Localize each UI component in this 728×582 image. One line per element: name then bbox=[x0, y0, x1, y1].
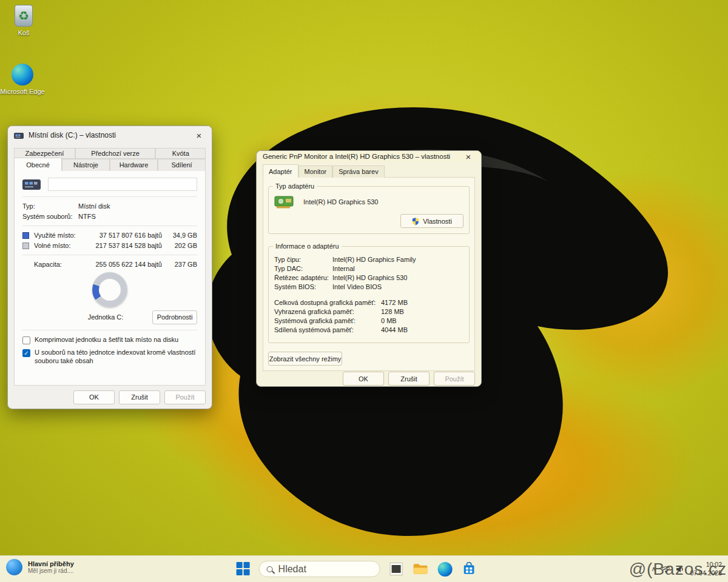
capacity-label: Kapacita: bbox=[22, 261, 88, 268]
widget-subheadline: Měl jsem ji rád.... bbox=[28, 567, 74, 574]
show-all-modes-button[interactable]: Zobrazit všechny režimy bbox=[268, 352, 342, 366]
info-value: 4172 MB bbox=[381, 299, 408, 306]
adapter-type-group-label: Typ adaptéru bbox=[273, 182, 317, 190]
taskbar-center: Hledat bbox=[237, 556, 477, 582]
recycle-bin-icon: ♻ bbox=[15, 5, 33, 27]
info-value: 128 MB bbox=[381, 308, 404, 315]
disk-dialog-tabs: Zabezpečení Předchozí verze Kvóta Obecné… bbox=[8, 144, 212, 171]
edge-icon bbox=[12, 64, 33, 85]
free-space-label: Volné místo: bbox=[34, 242, 87, 249]
drive-icon bbox=[22, 178, 41, 191]
volume-icon[interactable] bbox=[676, 566, 684, 573]
adapter-dialog-footer: OK Zrušit Použít bbox=[257, 371, 481, 386]
graphics-card-icon bbox=[274, 194, 295, 210]
compress-checkbox-row[interactable]: Komprimovat jednotku a šetřit tak místo … bbox=[22, 336, 197, 344]
disk-properties-dialog: Místní disk (C:) – vlastnosti × Zabezpeč… bbox=[7, 125, 212, 409]
used-space-size: 34,9 GB bbox=[162, 232, 197, 239]
index-checkbox-row[interactable]: ✓ U souborů na této jednotce indexovat k… bbox=[22, 349, 197, 366]
info-value: Intel Video BIOS bbox=[332, 283, 382, 290]
used-space-bytes: 37 517 807 616 bajtů bbox=[87, 232, 162, 239]
used-space-row: Využité místo: 37 517 807 616 bajtů 34,9… bbox=[22, 232, 197, 239]
widgets-button[interactable]: Hlavní příběhy Měl jsem ji rád.... bbox=[6, 559, 74, 575]
ok-button[interactable]: OK bbox=[343, 372, 384, 386]
free-space-size: 202 GB bbox=[162, 242, 197, 249]
info-label: Typ čipu: bbox=[274, 256, 332, 263]
free-space-row: Volné místo: 217 537 814 528 bajtů 202 G… bbox=[22, 242, 197, 249]
apply-button[interactable]: Použít bbox=[164, 390, 206, 404]
tab-adapter[interactable]: Adaptér bbox=[263, 164, 298, 178]
tab-sdileni[interactable]: Sdílení bbox=[158, 159, 206, 171]
index-checkbox[interactable]: ✓ bbox=[22, 349, 30, 357]
clock-date: 07.04.2025 bbox=[690, 569, 722, 578]
desktop-icon-microsoft-edge[interactable]: Microsoft Edge bbox=[0, 62, 46, 96]
adapter-info-group: Informace o adaptéru Typ čipu:Intel(R) H… bbox=[268, 246, 470, 343]
info-label: Systém BIOS: bbox=[274, 283, 332, 290]
cancel-button[interactable]: Zrušit bbox=[388, 372, 430, 386]
info-value: Intel(R) HD Graphics 530 bbox=[332, 274, 408, 281]
file-explorer-button[interactable] bbox=[413, 561, 429, 577]
adapter-dialog-titlebar[interactable]: Generic PnP Monitor a Intel(R) HD Graphi… bbox=[257, 151, 481, 162]
taskbar-search[interactable]: Hledat bbox=[259, 561, 380, 577]
tab-kvota[interactable]: Kvóta bbox=[155, 148, 206, 159]
disk-usage-donut-chart bbox=[92, 272, 127, 307]
recycle-bin-label: Koš bbox=[0, 29, 47, 37]
store-icon bbox=[462, 562, 476, 576]
info-label: Vyhrazená grafická paměť: bbox=[274, 308, 381, 315]
ok-button[interactable]: OK bbox=[73, 390, 115, 404]
desktop-icon-recycle-bin[interactable]: ♻ Koš bbox=[0, 4, 47, 37]
compress-checkbox-label: Komprimovat jednotku a šetřit tak místo … bbox=[35, 336, 178, 344]
widgets-icon bbox=[6, 559, 22, 575]
info-value: 4044 MB bbox=[381, 326, 408, 333]
adapter-info-group-label: Informace o adaptéru bbox=[273, 242, 342, 250]
disk-general-tab-page: Typ:Místní disk Systém souborů:NTFS Využ… bbox=[14, 170, 206, 386]
type-label: Typ: bbox=[22, 202, 78, 210]
clock-time: 10:02 bbox=[690, 561, 722, 569]
edge-label: Microsoft Edge bbox=[0, 88, 46, 96]
recycle-glyph: ♻ bbox=[18, 8, 29, 23]
disk-dialog-footer: OK Zrušit Použít bbox=[8, 386, 212, 409]
tab-obecne[interactable]: Obecné bbox=[14, 158, 62, 171]
adapter-properties-button-label: Vlastnosti bbox=[423, 218, 452, 225]
details-button[interactable]: Podrobnosti bbox=[152, 310, 197, 324]
window-thumbnail-icon bbox=[390, 563, 403, 575]
tab-hardware[interactable]: Hardware bbox=[110, 159, 158, 171]
compress-checkbox[interactable] bbox=[22, 336, 30, 344]
tab-nastroje[interactable]: Nástroje bbox=[62, 159, 110, 171]
adapter-dialog-title: Generic PnP Monitor a Intel(R) HD Graphi… bbox=[263, 153, 450, 160]
adapter-dialog-tabs: Adaptér Monitor Správa barev bbox=[257, 162, 481, 178]
disk-dialog-title: Místní disk (C:) – vlastnosti bbox=[29, 131, 116, 139]
edge-icon bbox=[437, 562, 452, 577]
tab-predchozi-verze[interactable]: Předchozí verze bbox=[75, 148, 156, 159]
info-label: Řetězec adaptéru: bbox=[274, 274, 332, 281]
hidden-icons-chevron-icon[interactable]: ∧ bbox=[651, 565, 656, 573]
search-icon bbox=[267, 566, 273, 572]
used-space-swatch bbox=[22, 232, 29, 239]
close-icon[interactable]: × bbox=[462, 152, 475, 162]
app-window-thumbnail-button[interactable] bbox=[388, 561, 405, 577]
system-tray: ∧ 10:02 07.04.2025 bbox=[651, 556, 722, 582]
info-label: Typ DAC: bbox=[274, 265, 332, 272]
uac-shield-icon bbox=[412, 217, 419, 226]
tab-sprava-barev[interactable]: Správa barev bbox=[332, 166, 384, 178]
filesystem-value: NTFS bbox=[78, 213, 96, 220]
microsoft-store-button[interactable] bbox=[461, 561, 477, 577]
adapter-name: Intel(R) HD Graphics 530 bbox=[303, 198, 379, 206]
capacity-bytes: 255 055 622 144 bajtů bbox=[88, 261, 162, 268]
adapter-tab-page: Typ adaptéru Intel(R) HD Graphics 530 bbox=[263, 177, 475, 371]
cancel-button[interactable]: Zrušit bbox=[119, 390, 160, 404]
free-space-bytes: 217 537 814 528 bajtů bbox=[87, 242, 162, 249]
apply-button[interactable]: Použít bbox=[434, 372, 475, 386]
taskbar-clock[interactable]: 10:02 07.04.2025 bbox=[690, 561, 722, 577]
volume-label-input[interactable] bbox=[48, 178, 197, 191]
index-checkbox-label: U souborů na této jednotce indexovat kro… bbox=[35, 349, 197, 366]
tab-monitor[interactable]: Monitor bbox=[298, 166, 333, 178]
edge-button[interactable] bbox=[437, 561, 453, 577]
close-icon[interactable]: × bbox=[192, 130, 206, 141]
info-value: 0 MB bbox=[381, 317, 397, 324]
adapter-properties-button[interactable]: Vlastnosti bbox=[400, 214, 463, 228]
network-wifi-icon[interactable] bbox=[661, 566, 670, 573]
info-label: Systémová grafická paměť: bbox=[274, 317, 381, 324]
info-value: Internal bbox=[332, 265, 355, 272]
start-button[interactable] bbox=[237, 562, 251, 577]
disk-dialog-titlebar[interactable]: Místní disk (C:) – vlastnosti × bbox=[8, 126, 212, 144]
